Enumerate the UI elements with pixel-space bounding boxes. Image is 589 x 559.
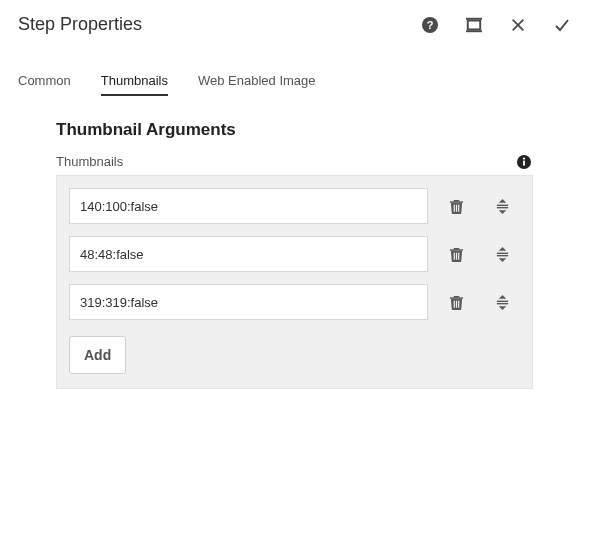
svg-rect-17 [496,206,507,207]
svg-marker-18 [498,210,506,214]
multifield-row [69,188,520,224]
help-icon[interactable]: ? [421,16,439,34]
svg-rect-8 [523,160,525,165]
svg-rect-22 [455,252,456,259]
thumbnail-arg-input[interactable] [69,284,428,320]
delete-icon[interactable] [438,188,474,224]
svg-text:?: ? [427,19,434,31]
svg-rect-21 [453,252,454,259]
svg-rect-25 [496,252,507,253]
confirm-icon[interactable] [553,16,571,34]
add-button[interactable]: Add [69,336,126,374]
fullscreen-icon[interactable] [465,16,483,34]
dialog-header: Step Properties ? [0,0,589,45]
delete-icon[interactable] [438,236,474,272]
svg-rect-32 [458,300,459,307]
delete-icon[interactable] [438,284,474,320]
svg-rect-14 [458,204,459,211]
svg-rect-31 [455,300,456,307]
content-area: Thumbnail Arguments Thumbnails [0,96,589,389]
svg-rect-13 [455,204,456,211]
svg-marker-27 [498,258,506,262]
svg-rect-12 [453,204,454,211]
svg-marker-24 [498,246,506,250]
info-icon[interactable] [517,155,531,169]
multifield-panel: Add [56,175,533,389]
svg-rect-23 [458,252,459,259]
tab-bar: Common Thumbnails Web Enabled Image [0,45,589,96]
field-label-row: Thumbnails [56,154,533,169]
svg-marker-15 [498,198,506,202]
svg-rect-11 [449,201,462,202]
svg-marker-36 [498,306,506,310]
svg-point-9 [523,157,525,159]
multifield-row [69,284,520,320]
tab-common[interactable]: Common [18,73,71,96]
svg-rect-29 [449,297,462,298]
header-actions: ? [421,16,571,34]
svg-rect-34 [496,300,507,301]
svg-rect-35 [496,302,507,303]
thumbnail-arg-input[interactable] [69,236,428,272]
svg-rect-30 [453,300,454,307]
dialog-title: Step Properties [18,14,421,35]
close-icon[interactable] [509,16,527,34]
thumbnail-arg-input[interactable] [69,188,428,224]
field-label: Thumbnails [56,154,123,169]
svg-rect-16 [496,204,507,205]
multifield-row [69,236,520,272]
svg-rect-2 [468,20,480,29]
tab-thumbnails[interactable]: Thumbnails [101,73,168,96]
reorder-icon[interactable] [484,284,520,320]
section-title: Thumbnail Arguments [56,120,533,140]
svg-marker-33 [498,294,506,298]
tab-web-enabled-image[interactable]: Web Enabled Image [198,73,316,96]
svg-rect-20 [449,249,462,250]
reorder-icon[interactable] [484,236,520,272]
svg-rect-26 [496,254,507,255]
reorder-icon[interactable] [484,188,520,224]
